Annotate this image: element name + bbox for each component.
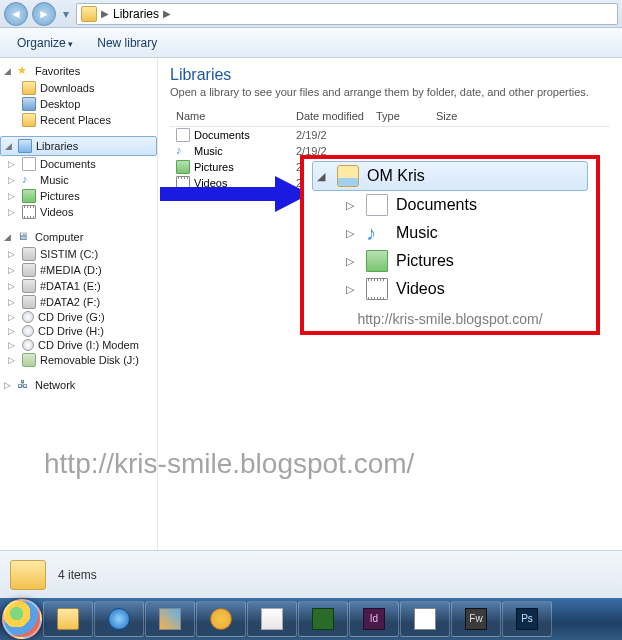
callout-item[interactable]: ▷Documents bbox=[342, 191, 588, 219]
videos-icon bbox=[366, 278, 388, 300]
computer-group[interactable]: ◢ 🖥 Computer bbox=[0, 228, 157, 246]
nav-drive-h[interactable]: ▷CD Drive (H:) bbox=[0, 324, 157, 338]
col-size[interactable]: Size bbox=[430, 108, 480, 124]
task-dw[interactable] bbox=[298, 601, 348, 637]
usb-icon bbox=[22, 353, 36, 367]
nav-drive-g[interactable]: ▷CD Drive (G:) bbox=[0, 310, 157, 324]
history-dropdown[interactable]: ▾ bbox=[60, 7, 72, 21]
col-type[interactable]: Type bbox=[370, 108, 430, 124]
callout-root[interactable]: ◢ OM Kris bbox=[312, 161, 588, 191]
group-label: Computer bbox=[35, 231, 83, 243]
task-wmp[interactable] bbox=[145, 601, 195, 637]
documents-icon bbox=[176, 128, 190, 142]
recent-icon bbox=[22, 113, 36, 127]
expand-icon: ▷ bbox=[8, 159, 17, 169]
expand-icon: ▷ bbox=[346, 227, 358, 240]
nav-videos[interactable]: ▷Videos bbox=[0, 204, 157, 220]
expand-icon: ▷ bbox=[8, 312, 17, 322]
expand-icon: ▷ bbox=[8, 207, 17, 217]
nav-drive-c[interactable]: ▷SISTIM (C:) bbox=[0, 246, 157, 262]
nav-drive-f[interactable]: ▷#DATA2 (F:) bbox=[0, 294, 157, 310]
music-icon: ♪ bbox=[22, 173, 36, 187]
libraries-group[interactable]: ◢ Libraries bbox=[0, 136, 157, 156]
col-name[interactable]: Name bbox=[170, 108, 290, 124]
pictures-icon bbox=[366, 250, 388, 272]
organize-button[interactable]: Organize bbox=[8, 32, 82, 54]
task-explorer[interactable] bbox=[43, 601, 93, 637]
pictures-icon bbox=[176, 160, 190, 174]
nav-drive-j[interactable]: ▷Removable Disk (J:) bbox=[0, 352, 157, 368]
cd-icon bbox=[22, 325, 34, 337]
expand-icon: ▷ bbox=[8, 281, 17, 291]
task-id[interactable]: Id bbox=[349, 601, 399, 637]
nav-desktop[interactable]: Desktop bbox=[0, 96, 157, 112]
new-library-button[interactable]: New library bbox=[88, 32, 166, 54]
libraries-icon bbox=[81, 6, 97, 22]
expand-icon: ▷ bbox=[4, 380, 13, 390]
favorites-group[interactable]: ◢ ★ Favorites bbox=[0, 62, 157, 80]
nav-downloads[interactable]: Downloads bbox=[0, 80, 157, 96]
start-button[interactable] bbox=[2, 599, 42, 639]
column-headers[interactable]: Name Date modified Type Size bbox=[170, 108, 610, 127]
col-date[interactable]: Date modified bbox=[290, 108, 370, 124]
group-label: Network bbox=[35, 379, 75, 391]
task-chrome[interactable] bbox=[196, 601, 246, 637]
status-bar: 4 items bbox=[0, 550, 622, 598]
task-ie[interactable] bbox=[94, 601, 144, 637]
list-item[interactable]: Documents 2/19/2 bbox=[170, 127, 610, 143]
expand-icon: ▷ bbox=[346, 255, 358, 268]
page-title: Libraries bbox=[170, 66, 610, 84]
breadcrumb[interactable]: ▶ Libraries ▶ bbox=[76, 3, 618, 25]
toolbar: Organize New library bbox=[0, 28, 622, 58]
taskbar: Id Fw Ps bbox=[0, 598, 622, 640]
nav-drive-d[interactable]: ▷#MEDIA (D:) bbox=[0, 262, 157, 278]
expand-icon: ▷ bbox=[8, 265, 17, 275]
collapse-icon: ◢ bbox=[317, 170, 329, 183]
breadcrumb-item[interactable]: Libraries bbox=[113, 7, 159, 21]
collapse-icon: ◢ bbox=[4, 232, 13, 242]
fireworks-icon: Fw bbox=[465, 608, 487, 630]
nav-music[interactable]: ▷♪Music bbox=[0, 172, 157, 188]
expand-icon: ▷ bbox=[8, 249, 17, 259]
callout-box: ◢ OM Kris ▷Documents ▷♪Music ▷Pictures ▷… bbox=[300, 155, 600, 335]
nav-recent[interactable]: Recent Places bbox=[0, 112, 157, 128]
nav-drive-e[interactable]: ▷#DATA1 (E:) bbox=[0, 278, 157, 294]
callout-item[interactable]: ▷♪Music bbox=[342, 219, 588, 247]
chrome-icon bbox=[210, 608, 232, 630]
library-folder-icon bbox=[337, 165, 359, 187]
task-notepad[interactable] bbox=[400, 601, 450, 637]
task-calc[interactable] bbox=[247, 601, 297, 637]
chevron-right-icon: ▶ bbox=[163, 8, 171, 19]
expand-icon: ▷ bbox=[8, 297, 17, 307]
drive-icon bbox=[22, 279, 36, 293]
network-group[interactable]: ▷ 🖧 Network bbox=[0, 376, 157, 394]
callout-url: http://kris-smile.blogspot.com/ bbox=[304, 311, 596, 327]
callout-item[interactable]: ▷Pictures bbox=[342, 247, 588, 275]
wmp-icon bbox=[159, 608, 181, 630]
callout-item[interactable]: ▷Videos bbox=[342, 275, 588, 303]
folder-icon bbox=[22, 81, 36, 95]
collapse-icon: ◢ bbox=[4, 66, 13, 76]
nav-drive-i[interactable]: ▷CD Drive (I:) Modem bbox=[0, 338, 157, 352]
expand-icon: ▷ bbox=[8, 340, 17, 350]
expand-icon: ▷ bbox=[346, 283, 358, 296]
nav-pictures[interactable]: ▷Pictures bbox=[0, 188, 157, 204]
task-fw[interactable]: Fw bbox=[451, 601, 501, 637]
nav-documents[interactable]: ▷Documents bbox=[0, 156, 157, 172]
explorer-icon bbox=[57, 608, 79, 630]
documents-icon bbox=[366, 194, 388, 216]
music-icon: ♪ bbox=[366, 222, 388, 244]
network-icon: 🖧 bbox=[17, 378, 31, 392]
status-text: 4 items bbox=[58, 568, 97, 582]
computer-icon: 🖥 bbox=[17, 230, 31, 244]
dreamweaver-icon bbox=[312, 608, 334, 630]
callout-root-label: OM Kris bbox=[367, 167, 425, 185]
page-subtitle: Open a library to see your files and arr… bbox=[170, 86, 610, 98]
collapse-icon: ◢ bbox=[5, 141, 14, 151]
photoshop-icon: Ps bbox=[516, 608, 538, 630]
task-ps[interactable]: Ps bbox=[502, 601, 552, 637]
pictures-icon bbox=[22, 189, 36, 203]
expand-icon: ▷ bbox=[8, 355, 17, 365]
forward-button[interactable]: ► bbox=[32, 2, 56, 26]
back-button[interactable]: ◄ bbox=[4, 2, 28, 26]
